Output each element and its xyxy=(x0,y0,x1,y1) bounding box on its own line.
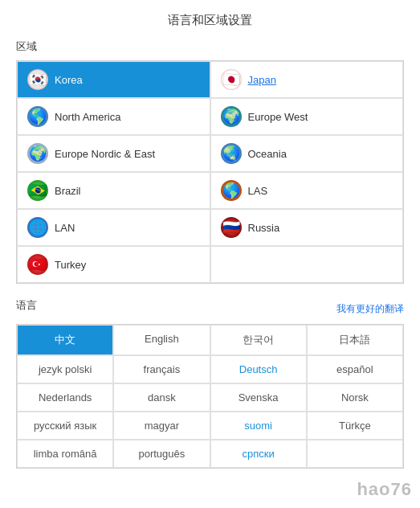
region-name: Japan xyxy=(248,74,276,86)
region-name: Russia xyxy=(248,222,280,234)
oceania-flag-icon: 🌏 xyxy=(221,143,242,164)
region-name: Brazil xyxy=(55,185,81,197)
language-item[interactable]: français xyxy=(113,355,210,383)
region-name: Turkey xyxy=(55,259,86,271)
language-item[interactable]: Türkçe xyxy=(307,412,403,440)
language-item[interactable]: English xyxy=(113,325,210,355)
language-item[interactable]: português xyxy=(113,440,210,468)
language-item[interactable]: 日本語 xyxy=(307,325,403,355)
better-translation-link[interactable]: 我有更好的翻译 xyxy=(336,302,404,316)
language-item[interactable]: српски xyxy=(210,440,307,468)
north-america-flag-icon: 🌎 xyxy=(27,106,48,127)
region-item[interactable]: 🌎LAS xyxy=(210,172,404,209)
region-item[interactable]: 🇧🇷Brazil xyxy=(17,172,210,209)
lan-flag-icon: 🌐 xyxy=(27,217,48,238)
russia-flag-icon: 🇷🇺 xyxy=(221,217,242,238)
language-item[interactable]: suomi xyxy=(210,412,307,440)
page-title: 语言和区域设置 xyxy=(16,13,404,28)
region-item[interactable]: 🌎North America xyxy=(17,98,210,135)
region-item[interactable]: 🇰🇷Korea xyxy=(17,61,210,98)
language-item[interactable]: limba română xyxy=(17,440,113,468)
language-item[interactable]: español xyxy=(307,355,403,383)
region-grid: 🇰🇷Korea🇯🇵Japan🌎North America🌍Europe West… xyxy=(16,60,404,284)
language-item[interactable]: Svenska xyxy=(210,383,307,412)
region-item[interactable]: 🇷🇺Russia xyxy=(210,209,404,246)
region-item[interactable]: 🌏Oceania xyxy=(210,135,404,172)
region-name: LAS xyxy=(248,185,268,197)
region-section-label: 区域 xyxy=(16,39,404,54)
language-section-label: 语言 xyxy=(16,298,37,313)
europe-nordic-flag-icon: 🌍 xyxy=(27,143,48,164)
language-item[interactable]: magyar xyxy=(113,412,210,440)
language-item[interactable]: jezyk polski xyxy=(17,355,113,383)
language-item[interactable]: Deutsch xyxy=(210,355,307,383)
region-item[interactable] xyxy=(210,246,404,283)
language-grid: 中文English한국어日本語jezyk polskifrançaisDeuts… xyxy=(16,324,404,469)
region-name: Oceania xyxy=(248,148,287,160)
language-item[interactable]: Nederlands xyxy=(17,383,113,412)
language-item[interactable]: русский язык xyxy=(17,412,113,440)
region-item[interactable]: 🌍Europe Nordic & East xyxy=(17,135,210,172)
region-item[interactable]: 🇯🇵Japan xyxy=(210,61,404,98)
korea-flag-icon: 🇰🇷 xyxy=(27,69,48,90)
region-name: Korea xyxy=(55,74,83,86)
language-item[interactable] xyxy=(307,440,403,468)
language-item[interactable]: dansk xyxy=(113,383,210,412)
language-item[interactable]: 中文 xyxy=(17,325,113,355)
europe-west-flag-icon: 🌍 xyxy=(221,106,242,127)
main-container: 语言和区域设置 区域 🇰🇷Korea🇯🇵Japan🌎North America🌍… xyxy=(0,0,420,508)
language-item[interactable]: Norsk xyxy=(307,383,403,412)
language-header: 语言 我有更好的翻译 xyxy=(16,298,404,319)
region-item[interactable]: 🌍Europe West xyxy=(210,98,404,135)
language-item[interactable]: 한국어 xyxy=(210,325,307,355)
watermark: hao76 xyxy=(357,479,412,500)
region-name: LAN xyxy=(55,222,75,234)
region-name: Europe Nordic & East xyxy=(55,148,155,160)
las-flag-icon: 🌎 xyxy=(221,180,242,201)
region-name: North America xyxy=(55,111,120,123)
japan-flag-icon: 🇯🇵 xyxy=(221,69,242,90)
region-name: Europe West xyxy=(248,111,308,123)
region-item[interactable]: 🌐LAN xyxy=(17,209,210,246)
turkey-flag-icon: 🇹🇷 xyxy=(27,254,48,275)
brazil-flag-icon: 🇧🇷 xyxy=(27,180,48,201)
region-item[interactable]: 🇹🇷Turkey xyxy=(17,246,210,283)
